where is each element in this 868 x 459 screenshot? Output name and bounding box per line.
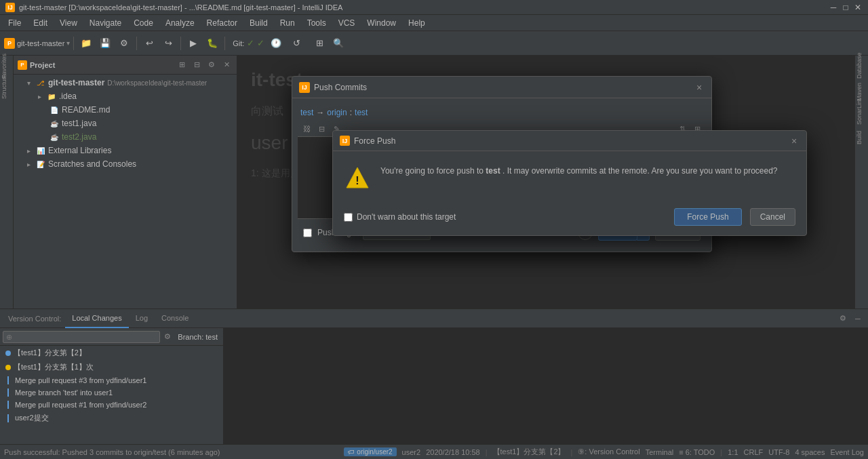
commit-item-0[interactable]: 【test1】分支第【2】 — [0, 346, 223, 360]
search-input[interactable] — [3, 331, 160, 343]
menu-vcs[interactable]: VCS — [333, 17, 361, 29]
status-crlf[interactable]: CRLF — [744, 448, 764, 456]
project-dropdown-icon[interactable]: ▾ — [66, 39, 70, 47]
branch-tag-icon: 🏷 — [348, 448, 355, 456]
vtab-database[interactable]: Database — [856, 58, 868, 79]
force-push-close-button[interactable]: × — [789, 136, 800, 146]
commit-dot-1 — [5, 365, 11, 370]
status-indent[interactable]: 4 spaces — [795, 448, 825, 456]
dont-warn-checkbox[interactable] — [344, 213, 353, 222]
toolbar-save-btn[interactable]: 💾 — [96, 35, 114, 52]
minimize-button[interactable]: ─ — [829, 3, 838, 12]
commit-item-4[interactable]: Merge pull request #1 from ydfind/user2 — [0, 399, 223, 411]
force-push-body: ! You're going to force push to test . I… — [333, 151, 806, 203]
tree-libraries-label: External Libraries — [48, 146, 111, 155]
tree-collapse-btn[interactable]: ⊟ — [191, 59, 203, 71]
version-control-label: Version Control: — [4, 312, 65, 325]
branch-tag-badge[interactable]: 🏷 origin/user2 — [344, 447, 396, 456]
commit-label-0: 【test1】分支第【2】 — [14, 348, 86, 358]
version-control-status[interactable]: ⑨: Version Control — [578, 447, 639, 456]
tree-close-btn[interactable]: ✕ — [220, 59, 233, 71]
menu-help[interactable]: Help — [403, 17, 431, 29]
toolbar-undo-btn[interactable]: ↩ — [140, 35, 158, 52]
maximize-button[interactable]: □ — [841, 3, 850, 12]
commits-diff-btn[interactable]: ⊟ — [315, 123, 328, 135]
commit-label-2: Merge pull request #3 from ydfind/user1 — [15, 376, 146, 384]
bottom-settings-btn[interactable]: ⚙ — [837, 313, 849, 325]
commits-link-btn[interactable]: ⛓ — [300, 123, 313, 135]
tree-java-icon: ☕ — [49, 119, 60, 128]
tree-expand-btn[interactable]: ⊞ — [176, 59, 188, 71]
tree-item-readme[interactable]: 📄 README.md — [14, 103, 237, 117]
force-push-cancel-button[interactable]: Cancel — [750, 208, 795, 226]
vtab-build[interactable]: Build — [856, 127, 868, 148]
force-push-dialog-title: Force Push — [354, 136, 785, 146]
force-push-msg-prefix: You're going to force push to — [380, 166, 484, 176]
vtab-sonarlint[interactable]: SonarLint — [856, 104, 868, 125]
bottom-filter-btn[interactable]: ⚙ — [161, 331, 174, 343]
dont-warn-text: Don't warn about this target — [357, 212, 456, 222]
branch-tag-label: origin/user2 — [357, 448, 392, 456]
menu-run[interactable]: Run — [275, 17, 300, 29]
tree-folder-icon: 📁 — [46, 92, 57, 101]
toolbar-open-btn[interactable]: 📁 — [77, 35, 95, 52]
toolbar-settings-btn[interactable]: ⚙ — [115, 35, 133, 52]
toolbar-git-rollback-btn[interactable]: ↺ — [288, 35, 305, 52]
commit-item-1[interactable]: 【test1】分支第【1】次 — [0, 360, 223, 374]
bottom-search-bar: ⚙ Branch: test — [0, 328, 223, 346]
menu-code[interactable]: Code — [128, 17, 159, 29]
force-push-button[interactable]: Force Push — [674, 208, 741, 226]
toolbar-debug-btn[interactable]: 🐛 — [203, 35, 221, 52]
force-push-dialog: IJ Force Push × ! You're going to force … — [332, 130, 807, 236]
vtab-structure[interactable]: Structure — [1, 79, 13, 99]
tree-md-icon: 📄 — [49, 105, 60, 115]
menu-build[interactable]: Build — [244, 17, 273, 29]
tree-item-idea[interactable]: ▸ 📁 .idea — [14, 89, 237, 103]
toolbar-push-panel-btn[interactable]: ⊞ — [311, 35, 328, 52]
commit-line-2 — [7, 376, 9, 384]
dont-warn-label[interactable]: Don't warn about this target — [344, 212, 456, 222]
tree-item-test2[interactable]: ☕ test2.java — [14, 130, 237, 144]
terminal-status[interactable]: Terminal — [646, 448, 674, 456]
warning-triangle-svg: ! — [345, 166, 370, 191]
menu-file[interactable]: File — [3, 17, 26, 29]
toolbar-separator-4 — [224, 37, 225, 50]
tree-item-test1[interactable]: ☕ test1.java — [14, 117, 237, 130]
force-push-footer: Don't warn about this target Force Push … — [333, 203, 806, 235]
tree-item-root[interactable]: ▾ ⎇ git-test-master D:\workspaceIdea\git… — [14, 76, 237, 89]
tab-local-changes[interactable]: Local Changes — [65, 309, 128, 328]
menu-tools[interactable]: Tools — [302, 17, 332, 29]
menu-edit[interactable]: Edit — [28, 17, 53, 29]
status-event-log[interactable]: Event Log — [830, 448, 864, 456]
push-commits-close-button[interactable]: × — [694, 82, 705, 93]
tree-settings-btn[interactable]: ⚙ — [205, 59, 218, 71]
force-push-branch-ref: test — [486, 166, 500, 176]
toolbar-git-history-btn[interactable]: 🕐 — [267, 35, 285, 52]
menu-refactor[interactable]: Refactor — [201, 17, 243, 29]
bottom-right-panel — [224, 328, 868, 444]
commit-item-3[interactable]: Merge branch 'test' into user1 — [0, 386, 223, 399]
tab-console[interactable]: Console — [155, 309, 195, 328]
branch-remote: origin — [327, 108, 347, 117]
tab-log[interactable]: Log — [129, 309, 155, 328]
tree-item-scratches[interactable]: ▸ 📝 Scratches and Consoles — [14, 157, 237, 171]
close-button[interactable]: ✕ — [853, 3, 863, 12]
menu-view[interactable]: View — [54, 17, 83, 29]
commit-item-5[interactable]: user2提交 — [0, 411, 223, 425]
todo-status[interactable]: ≡ 6: TODO — [679, 448, 715, 456]
menu-analyze[interactable]: Analyze — [160, 17, 200, 29]
toolbar-redo-btn[interactable]: ↪ — [159, 35, 177, 52]
warning-icon: ! — [344, 165, 371, 192]
commit-line-5 — [7, 414, 9, 422]
bottom-close-btn[interactable]: ─ — [852, 313, 864, 325]
tree-item-libraries[interactable]: ▸ 📊 External Libraries — [14, 144, 237, 157]
app-icon: IJ — [5, 3, 15, 12]
menu-window[interactable]: Window — [361, 17, 401, 29]
commit-item-2[interactable]: Merge pull request #3 from ydfind/user1 — [0, 374, 223, 386]
toolbar-run-btn[interactable]: ▶ — [184, 35, 202, 52]
status-encoding[interactable]: UTF-8 — [768, 448, 789, 456]
menu-navigate[interactable]: Navigate — [84, 17, 127, 29]
push-tags-checkbox[interactable] — [303, 228, 312, 237]
tree-scratches-label: Scratches and Consoles — [48, 159, 136, 169]
toolbar-search-everywhere-btn[interactable]: 🔍 — [330, 35, 347, 52]
